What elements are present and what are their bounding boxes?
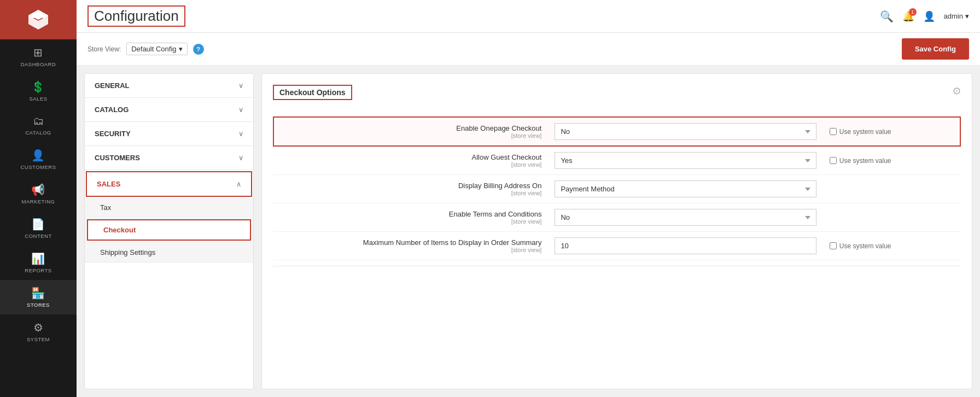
system-value-label-max-items: Use system value bbox=[830, 242, 954, 250]
nav-section-security-chevron: ∨ bbox=[238, 130, 243, 138]
admin-chevron-icon: ▾ bbox=[965, 12, 969, 20]
sidebar-item-system-label: SYSTEM bbox=[27, 336, 50, 342]
terms-select[interactable]: No Yes bbox=[555, 209, 816, 226]
field-sublabel-terms: [store view] bbox=[280, 218, 541, 225]
admin-username: admin bbox=[944, 12, 963, 20]
content-icon: 📄 bbox=[31, 218, 45, 231]
field-system-value-billing bbox=[823, 175, 960, 203]
onepage-select[interactable]: No Yes bbox=[555, 123, 816, 140]
help-icon[interactable]: ? bbox=[193, 44, 204, 55]
nav-section-catalog-chevron: ∨ bbox=[238, 106, 243, 114]
page-title: Configuration bbox=[88, 5, 185, 27]
nav-section-general-header[interactable]: GENERAL ∨ bbox=[85, 74, 253, 97]
sidebar-item-reports-label: REPORTS bbox=[25, 267, 51, 273]
sidebar-item-customers[interactable]: 👤 CUSTOMERS bbox=[0, 142, 77, 177]
table-row-terms: Enable Terms and Conditions [store view]… bbox=[273, 203, 960, 232]
nav-section-sales-chevron: ∧ bbox=[236, 180, 241, 188]
field-label-cell-max-items: Maximum Number of Items to Display in Or… bbox=[273, 232, 548, 260]
notification-badge: 1 bbox=[909, 8, 917, 16]
max-items-input[interactable] bbox=[555, 237, 816, 254]
nav-section-sales-header[interactable]: SALES ∧ bbox=[86, 171, 252, 197]
left-nav: GENERAL ∨ CATALOG ∨ SECURITY ∨ bbox=[84, 73, 254, 389]
customers-icon: 👤 bbox=[31, 149, 45, 162]
stores-icon: 🏪 bbox=[31, 287, 45, 300]
sidebar-item-sales-label: SALES bbox=[29, 96, 47, 102]
nav-section-customers-label: CUSTOMERS bbox=[95, 154, 140, 162]
field-label-guest: Allow Guest Checkout bbox=[471, 153, 541, 161]
sidebar-item-marketing[interactable]: 📢 MARKETING bbox=[0, 177, 77, 211]
table-row-allow-guest: Allow Guest Checkout [store view] Yes No bbox=[273, 146, 960, 175]
system-value-text-onepage: Use system value bbox=[839, 128, 891, 136]
reports-icon: 📊 bbox=[31, 252, 45, 265]
field-label-terms: Enable Terms and Conditions bbox=[449, 210, 542, 218]
dashboard-icon: ⊞ bbox=[33, 46, 43, 59]
sidebar-item-marketing-label: MARKETING bbox=[22, 198, 55, 205]
nav-sub-item-checkout[interactable]: Checkout bbox=[87, 219, 251, 241]
field-label-cell-billing: Display Billing Address On [store view] bbox=[273, 175, 548, 203]
marketing-icon: 📢 bbox=[31, 183, 45, 196]
table-row-enable-onepage: Enable Onepage Checkout [store view] No … bbox=[273, 117, 960, 146]
field-label-cell-terms: Enable Terms and Conditions [store view] bbox=[273, 203, 548, 232]
sidebar-item-dashboard[interactable]: ⊞ DASHBOARD bbox=[0, 39, 77, 74]
system-value-checkbox-max-items[interactable] bbox=[830, 242, 837, 249]
sidebar-item-reports[interactable]: 📊 REPORTS bbox=[0, 246, 77, 280]
system-value-text-guest: Use system value bbox=[839, 157, 891, 165]
table-row-billing-address: Display Billing Address On [store view] … bbox=[273, 175, 960, 203]
sidebar-item-catalog[interactable]: 🗂 CATALOG bbox=[0, 108, 77, 142]
nav-section-general-chevron: ∨ bbox=[238, 82, 243, 90]
field-sublabel-max-items: [store view] bbox=[280, 247, 541, 253]
sidebar-item-stores[interactable]: 🏪 STORES bbox=[0, 280, 77, 314]
section-title: Checkout Options bbox=[273, 85, 352, 100]
nav-sub-item-tax[interactable]: Tax bbox=[85, 198, 253, 217]
nav-section-catalog-header[interactable]: CATALOG ∨ bbox=[85, 98, 253, 121]
system-value-checkbox-guest[interactable] bbox=[830, 157, 837, 164]
field-input-cell-max-items bbox=[548, 232, 822, 260]
nav-section-sales-label: SALES bbox=[97, 180, 120, 188]
save-config-button[interactable]: Save Config bbox=[902, 38, 969, 60]
nav-section-security-header[interactable]: SECURITY ∨ bbox=[85, 122, 253, 145]
system-value-text-max-items: Use system value bbox=[839, 242, 891, 250]
nav-section-sales: SALES ∧ Tax Checkout Shipping Settings bbox=[85, 171, 253, 262]
store-view-value: Default Config bbox=[131, 45, 176, 53]
nav-section-security-label: SECURITY bbox=[95, 130, 131, 138]
field-system-value-guest: Use system value bbox=[823, 146, 960, 175]
sidebar-logo bbox=[0, 0, 77, 39]
options-table: Enable Onepage Checkout [store view] No … bbox=[273, 116, 961, 260]
main-area: Configuration 🔍 🔔 1 👤 admin ▾ Store View… bbox=[77, 0, 980, 397]
nav-section-customers: CUSTOMERS ∨ bbox=[85, 146, 253, 170]
table-row-max-items: Maximum Number of Items to Display in Or… bbox=[273, 232, 960, 260]
sidebar: ⊞ DASHBOARD 💲 SALES 🗂 CATALOG 👤 CUSTOMER… bbox=[0, 0, 77, 397]
field-sublabel-onepage: [store view] bbox=[281, 132, 541, 139]
store-view-select[interactable]: Default Config ▾ bbox=[126, 43, 187, 55]
billing-address-select[interactable]: Payment Method Payment Page bbox=[555, 180, 816, 197]
nav-section-security: SECURITY ∨ bbox=[85, 122, 253, 146]
guest-checkout-select[interactable]: Yes No bbox=[555, 152, 816, 169]
store-view-label: Store View: bbox=[88, 45, 121, 53]
admin-user-menu[interactable]: admin ▾ bbox=[944, 12, 969, 20]
sidebar-item-content-label: CONTENT bbox=[25, 233, 51, 239]
system-value-checkbox-onepage[interactable] bbox=[830, 128, 837, 135]
field-input-cell-terms: No Yes bbox=[548, 203, 822, 232]
system-value-label-guest: Use system value bbox=[830, 157, 954, 165]
field-input-cell-guest: Yes No bbox=[548, 146, 822, 175]
field-input-cell-billing: Payment Method Payment Page bbox=[548, 175, 822, 203]
nav-sub-item-tax-label: Tax bbox=[100, 203, 111, 212]
nav-section-customers-header[interactable]: CUSTOMERS ∨ bbox=[85, 146, 253, 170]
sidebar-item-sales[interactable]: 💲 SALES bbox=[0, 74, 77, 108]
field-system-value-onepage: Use system value bbox=[823, 117, 960, 146]
nav-section-catalog: CATALOG ∨ bbox=[85, 98, 253, 122]
nav-sub-item-shipping[interactable]: Shipping Settings bbox=[85, 243, 253, 262]
user-icon[interactable]: 👤 bbox=[923, 10, 935, 22]
sidebar-item-stores-label: STORES bbox=[27, 302, 50, 308]
field-input-cell-onepage: No Yes bbox=[548, 117, 822, 146]
section-collapse-icon[interactable]: ⊙ bbox=[953, 85, 961, 97]
sidebar-item-content[interactable]: 📄 CONTENT bbox=[0, 211, 77, 246]
top-header: Configuration 🔍 🔔 1 👤 admin ▾ bbox=[77, 0, 980, 33]
system-icon: ⚙ bbox=[33, 321, 44, 334]
nav-sub-item-checkout-label: Checkout bbox=[103, 226, 136, 234]
search-icon[interactable]: 🔍 bbox=[880, 10, 894, 23]
sidebar-item-system[interactable]: ⚙ SYSTEM bbox=[0, 314, 77, 349]
field-label-cell-guest: Allow Guest Checkout [store view] bbox=[273, 146, 548, 175]
notification-icon[interactable]: 🔔 1 bbox=[902, 10, 914, 22]
nav-section-customers-chevron: ∨ bbox=[238, 154, 243, 162]
